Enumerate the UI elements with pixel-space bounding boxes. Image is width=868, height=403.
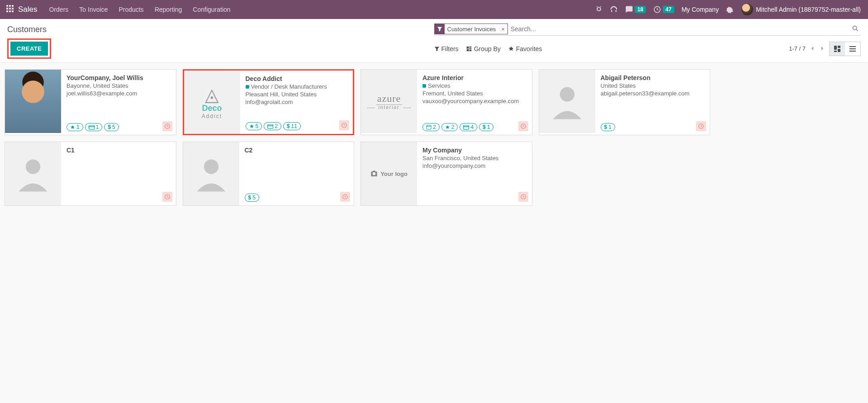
customer-email: info@agrolait.com: [246, 99, 348, 105]
favorites-button[interactable]: Favorites: [508, 45, 542, 52]
create-button[interactable]: CREATE: [10, 42, 48, 56]
pill-value: 1: [76, 124, 80, 130]
svg-point-30: [26, 159, 40, 174]
activity-overdue-icon[interactable]: [518, 192, 528, 202]
activity-overdue-icon[interactable]: [162, 192, 172, 202]
top-navbar: Sales Orders To Invoice Products Reporti…: [0, 0, 868, 19]
pill-value: 1: [96, 124, 99, 130]
menu-reporting[interactable]: Reporting: [149, 6, 188, 13]
app-name[interactable]: Sales: [18, 5, 38, 14]
search-facet: Customer Invoices ×: [434, 24, 508, 34]
tag-dot-icon: [246, 85, 249, 89]
customer-location: United States: [601, 82, 705, 89]
stat-pill-star[interactable]: 5: [246, 122, 262, 130]
svg-rect-21: [268, 124, 273, 128]
filters-button[interactable]: Filters: [434, 45, 459, 52]
search-facet-label: Customer Invoices: [445, 26, 499, 33]
svg-rect-8: [12, 10, 14, 12]
customer-avatar: [183, 142, 239, 205]
stat-pill-dollar[interactable]: $1: [479, 123, 493, 131]
activity-overdue-icon[interactable]: [518, 121, 528, 131]
company-switcher[interactable]: My Company: [678, 6, 722, 13]
menu-configuration[interactable]: Configuration: [187, 6, 236, 13]
stat-pill-card[interactable]: 2: [264, 122, 281, 130]
customer-name: My Company: [422, 147, 526, 154]
customer-card[interactable]: C1: [5, 142, 176, 206]
pager-text[interactable]: 1-7 / 7: [789, 45, 806, 52]
customer-avatar: ◬DecoAddict: [184, 71, 240, 134]
groupby-button[interactable]: Group By: [466, 45, 501, 52]
svg-rect-12: [838, 46, 840, 48]
user-menu[interactable]: Mitchell Admin (18879752-master-all): [738, 4, 864, 15]
remove-facet-icon[interactable]: ×: [498, 26, 508, 33]
pager-next-icon[interactable]: [819, 45, 825, 52]
customer-tag: Services: [428, 82, 451, 89]
customer-avatar: Your logo: [361, 142, 417, 205]
pill-value: 5: [256, 123, 259, 129]
customer-tag-row: Vendor / Desk Manufacturers: [246, 83, 348, 90]
stat-pill-dollar[interactable]: $11: [283, 122, 301, 130]
pill-value: 1: [487, 124, 490, 130]
search-input[interactable]: [508, 24, 850, 34]
svg-rect-6: [6, 10, 8, 12]
messages-icon[interactable]: 18: [621, 5, 650, 14]
customer-card[interactable]: Your logoMy CompanySan Francisco, United…: [360, 142, 532, 206]
debug-icon[interactable]: [592, 6, 606, 13]
stat-pill-calendar[interactable]: 2: [422, 123, 440, 131]
pill-value: 2: [275, 123, 278, 129]
control-panel: Customers Customer Invoices × CREATE Fil…: [0, 19, 868, 63]
svg-rect-2: [12, 5, 14, 7]
stat-pill-dollar[interactable]: $5: [104, 123, 119, 131]
activity-overdue-icon[interactable]: [340, 192, 350, 202]
pager-prev-icon[interactable]: [809, 45, 816, 52]
search-icon[interactable]: [850, 25, 861, 33]
stat-pills: $1: [601, 123, 705, 131]
customer-card[interactable]: azureinteriorAzure InteriorServicesFremo…: [360, 69, 532, 135]
support-icon[interactable]: [606, 5, 621, 14]
activity-overdue-icon[interactable]: [162, 121, 172, 131]
avatar-placeholder-icon: [547, 81, 588, 123]
search-bar[interactable]: Customer Invoices ×: [434, 24, 861, 36]
avatar-placeholder-icon: [13, 153, 53, 195]
stat-pills: 52$11: [246, 122, 348, 130]
menu-orders[interactable]: Orders: [44, 6, 74, 13]
pill-value: 1: [608, 124, 612, 130]
settings-icon[interactable]: [722, 5, 738, 14]
customer-card[interactable]: ◬DecoAddictDeco AddictVendor / Desk Manu…: [183, 69, 355, 135]
customer-card[interactable]: Abigail PetersonUnited Statesabigail.pet…: [539, 69, 711, 135]
svg-rect-15: [849, 46, 856, 47]
stat-pill-star[interactable]: 2: [441, 123, 458, 131]
activities-icon[interactable]: 47: [650, 5, 678, 14]
customer-location: San Francisco, United States: [422, 155, 526, 161]
apps-icon[interactable]: [4, 5, 16, 14]
activity-overdue-icon[interactable]: [339, 120, 349, 130]
list-view-button[interactable]: [845, 42, 860, 56]
customer-email: joel.willis63@example.com: [66, 90, 171, 97]
stat-pill-dollar[interactable]: $5: [245, 194, 259, 202]
menu-to-invoice[interactable]: To Invoice: [74, 6, 113, 13]
stat-pill-star[interactable]: 1: [66, 123, 83, 131]
customer-card[interactable]: C2$5: [183, 142, 355, 206]
kanban-view-button[interactable]: [830, 42, 845, 56]
customer-card[interactable]: YourCompany, Joel WillisBayonne, United …: [5, 69, 176, 135]
activity-overdue-icon[interactable]: [696, 121, 706, 131]
svg-rect-1: [9, 5, 11, 7]
menu-products[interactable]: Products: [113, 6, 149, 13]
pill-value: 2: [451, 124, 455, 130]
svg-rect-19: [89, 126, 94, 127]
stat-pill-dollar[interactable]: $1: [601, 123, 615, 131]
azure-logo: azureinterior: [376, 93, 403, 110]
svg-rect-16: [849, 48, 856, 49]
stat-pill-card[interactable]: 1: [85, 123, 103, 131]
svg-rect-4: [9, 8, 11, 9]
deco-logo: ◬DecoAddict: [202, 85, 222, 119]
svg-rect-11: [834, 46, 837, 50]
svg-point-32: [204, 159, 218, 174]
svg-rect-7: [9, 10, 11, 12]
groupby-label: Group By: [474, 45, 501, 52]
stat-pill-card[interactable]: 4: [460, 123, 477, 131]
svg-rect-17: [849, 51, 856, 52]
customer-email: info@yourcompany.com: [422, 162, 526, 169]
company-logo-placeholder: Your logo: [370, 170, 408, 177]
customer-tag-row: Services: [422, 82, 526, 89]
